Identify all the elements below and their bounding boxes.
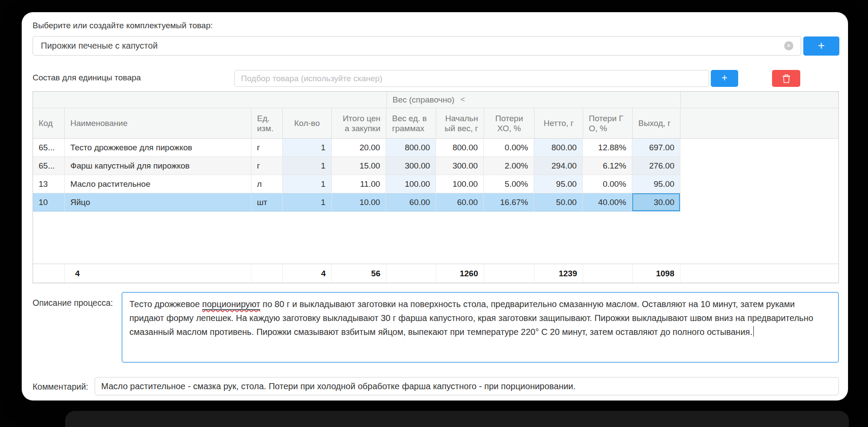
total-purchase-price: 56: [332, 264, 386, 283]
cell-net[interactable]: 50.00: [534, 193, 583, 211]
cell-initial-weight[interactable]: 100.00: [436, 175, 484, 193]
comment-label: Комментарий:: [33, 382, 88, 392]
total-qty: 4: [283, 264, 332, 283]
table-totals-row: 4 4 56 1260 1239 1098: [33, 264, 838, 283]
cell-qty[interactable]: 1: [283, 157, 332, 175]
col-header-code[interactable]: Код: [33, 108, 65, 138]
text-caret: [753, 326, 754, 337]
trash-icon: [782, 74, 791, 83]
cell-unit[interactable]: г: [251, 139, 283, 156]
cell-output-focused[interactable]: 30.00: [632, 193, 680, 211]
cell-loss-cold[interactable]: 2.00%: [484, 157, 534, 175]
plus-icon: +: [722, 73, 727, 83]
table-body: 65... Тесто дрожжевое для пирожков г 1 2…: [33, 139, 838, 212]
cell-initial-weight[interactable]: 60.00: [436, 193, 484, 211]
cell-loss-heat[interactable]: 40.00%: [583, 193, 632, 211]
cell-net[interactable]: 95.00: [534, 175, 583, 193]
table-row-selected[interactable]: 10 Яйцо шт 1 10.00 60.00 60.00 16.67% 50…: [33, 193, 680, 212]
plus-icon: +: [818, 40, 825, 52]
col-header-loss-heat[interactable]: Потери Г О, %: [583, 108, 633, 138]
col-header-qty[interactable]: Кол-во: [283, 108, 332, 138]
group-header-filler: [680, 92, 838, 108]
misspelled-word: порционировании: [501, 381, 573, 391]
cell-name[interactable]: Фарш капустный для пирожков: [65, 157, 251, 175]
cell-price[interactable]: 10.00: [332, 193, 386, 211]
cell-loss-cold[interactable]: 0.00%: [484, 139, 534, 156]
col-header-unit[interactable]: Ед. изм.: [251, 108, 283, 138]
table-group-header-row: Вес (справочно) <: [33, 92, 838, 108]
screen: { "header": { "select_label": "Выберите …: [0, 0, 868, 427]
table-row[interactable]: 65... Тесто дрожжевое для пирожков г 1 2…: [33, 139, 680, 157]
cell-code[interactable]: 65...: [33, 157, 65, 175]
cell-price[interactable]: 20.00: [332, 139, 386, 156]
col-header-initial-weight[interactable]: Начальн ый вес, г: [436, 108, 484, 138]
cell-loss-cold[interactable]: 5.00%: [484, 175, 534, 193]
add-product-button[interactable]: +: [803, 36, 839, 56]
total-net: 1239: [535, 264, 583, 283]
cell-code[interactable]: 65...: [33, 139, 65, 156]
col-header-loss-cold[interactable]: Потери ХО, %: [484, 108, 535, 138]
total-empty: [33, 264, 65, 283]
comment-input[interactable]: Масло растительное - смазка рук, стола. …: [95, 377, 839, 395]
total-empty: [251, 264, 283, 283]
description-textarea[interactable]: Тесто дрожжевое порционируют по 80 г и в…: [122, 292, 839, 363]
cell-name[interactable]: Тесто дрожжевое для пирожков: [65, 139, 251, 156]
total-initial-weight: 1260: [436, 264, 484, 283]
composition-label: Состав для единицы товара: [33, 73, 141, 83]
product-select-label: Выберите или создайте комплектуемый това…: [33, 21, 213, 30]
cell-name[interactable]: Яйцо: [65, 193, 251, 211]
cell-price[interactable]: 11.00: [332, 175, 386, 193]
cell-code[interactable]: 13: [33, 175, 65, 193]
cell-loss-heat[interactable]: 0.00%: [583, 175, 632, 193]
col-header-filler: [680, 108, 838, 138]
background-card-edge: [65, 411, 849, 427]
cell-initial-weight[interactable]: 300.00: [436, 157, 484, 175]
item-search-input[interactable]: [234, 70, 709, 87]
cell-output[interactable]: 697.00: [632, 139, 680, 156]
total-items-count: 4: [65, 264, 251, 283]
cell-output[interactable]: 276.00: [632, 157, 680, 175]
table-row[interactable]: 13 Масло растительное л 1 11.00 100.00 1…: [33, 175, 680, 193]
cell-unit[interactable]: шт: [251, 193, 283, 211]
col-header-price[interactable]: Итого цен а закупки: [332, 108, 386, 138]
col-header-name[interactable]: Наименование: [65, 108, 251, 138]
total-empty: [386, 264, 436, 283]
group-header-empty: [33, 92, 386, 108]
col-header-unit-weight[interactable]: Вес ед. в граммах: [386, 108, 436, 138]
misspelled-word: порционируют: [202, 299, 261, 309]
cell-loss-cold[interactable]: 16.67%: [484, 193, 534, 211]
ingredients-table: Вес (справочно) < Код Наименование Ед. и…: [33, 91, 839, 283]
total-filler: [680, 264, 838, 283]
table-row[interactable]: 65... Фарш капустный для пирожков г 1 15…: [33, 157, 680, 175]
table-empty-area: [33, 212, 838, 264]
cell-code[interactable]: 10: [33, 193, 65, 211]
add-ingredient-button[interactable]: +: [711, 70, 738, 87]
col-header-output[interactable]: Выход, г: [633, 108, 680, 138]
group-header-weight: Вес (справочно) <: [386, 92, 680, 108]
cell-loss-heat[interactable]: 12.88%: [583, 139, 632, 156]
recipe-editor-card: Выберите или создайте комплектуемый това…: [22, 12, 848, 401]
total-empty: [484, 264, 535, 283]
cell-unit-weight[interactable]: 800.00: [386, 139, 436, 156]
cell-unit[interactable]: л: [251, 175, 283, 193]
table-header-row: Код Наименование Ед. изм. Кол-во Итого ц…: [33, 108, 838, 139]
cell-unit-weight[interactable]: 100.00: [386, 175, 436, 193]
delete-ingredient-button[interactable]: [772, 70, 800, 87]
cell-loss-heat[interactable]: 6.12%: [583, 157, 632, 175]
cell-unit-weight[interactable]: 60.00: [386, 193, 436, 211]
cell-output[interactable]: 95.00: [632, 175, 680, 193]
cell-unit[interactable]: г: [251, 157, 283, 175]
collapse-group-icon[interactable]: <: [461, 95, 465, 104]
cell-name[interactable]: Масло растительное: [65, 175, 251, 193]
clear-input-icon[interactable]: ✕: [784, 41, 793, 50]
cell-qty[interactable]: 1: [283, 175, 332, 193]
cell-qty[interactable]: 1: [283, 139, 332, 156]
cell-net[interactable]: 800.00: [534, 139, 583, 156]
col-header-net[interactable]: Нетто, г: [535, 108, 583, 138]
product-name-input[interactable]: [33, 36, 801, 56]
cell-net[interactable]: 294.00: [534, 157, 583, 175]
cell-price[interactable]: 15.00: [332, 157, 386, 175]
cell-unit-weight[interactable]: 300.00: [386, 157, 436, 175]
cell-initial-weight[interactable]: 800.00: [436, 139, 484, 156]
cell-qty[interactable]: 1: [283, 193, 332, 211]
